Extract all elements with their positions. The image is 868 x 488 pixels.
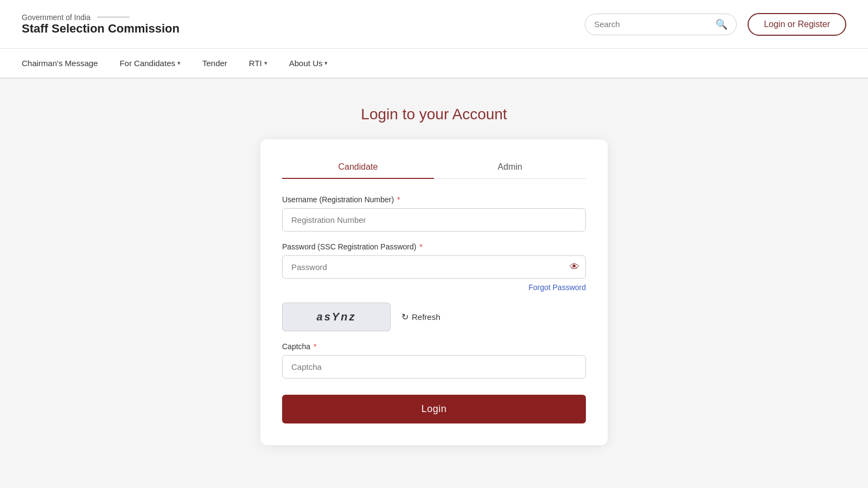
chevron-down-icon-about: ▾ <box>324 48 328 78</box>
sidebar-item-chairmans-message[interactable]: Chairman's Message <box>22 48 98 78</box>
header-right: 🔍 Login or Register <box>585 13 846 36</box>
tab-candidate[interactable]: Candidate <box>282 156 434 178</box>
logo-divider <box>97 17 130 17</box>
search-input[interactable] <box>594 20 711 29</box>
login-card: Candidate Admin Username (Registration N… <box>260 139 608 445</box>
nav-rti-label: RTI <box>249 48 262 78</box>
search-icon: 🔍 <box>716 18 727 30</box>
refresh-icon: ↻ <box>401 312 409 322</box>
eye-icon: 👁 <box>570 261 579 272</box>
header: Government of India Staff Selection Comm… <box>0 0 868 49</box>
sidebar-item-for-candidates[interactable]: For Candidates ▾ <box>119 48 181 78</box>
govt-text: Government of India <box>22 13 91 22</box>
logo-section: Government of India Staff Selection Comm… <box>22 13 180 36</box>
password-wrapper: 👁 <box>282 255 586 279</box>
nav-tender-label: Tender <box>202 48 227 78</box>
captcha-required-star: * <box>314 342 316 351</box>
password-required-star: * <box>419 242 422 251</box>
login-register-button[interactable]: Login or Register <box>748 13 846 36</box>
sidebar-item-tender[interactable]: Tender <box>202 48 227 78</box>
search-box[interactable]: 🔍 <box>585 14 737 35</box>
sidebar-item-rti[interactable]: RTI ▾ <box>249 48 267 78</box>
chevron-down-icon-rti: ▾ <box>264 48 267 78</box>
username-label: Username (Registration Number) * <box>282 195 586 204</box>
main-content: Login to your Account Candidate Admin Us… <box>0 79 868 488</box>
tab-candidate-label: Candidate <box>339 162 378 171</box>
username-input[interactable] <box>282 208 586 232</box>
captcha-field-group: Captcha * <box>282 342 586 378</box>
captcha-input[interactable] <box>282 355 586 378</box>
password-input[interactable] <box>282 255 586 279</box>
login-tabs: Candidate Admin <box>282 156 586 179</box>
refresh-button[interactable]: ↻ Refresh <box>401 312 441 322</box>
org-name: Staff Selection Commission <box>22 22 180 36</box>
username-required-star: * <box>397 195 400 204</box>
nav-about-us-label: About Us <box>289 48 323 78</box>
captcha-image: asYnz <box>282 303 391 331</box>
username-field-group: Username (Registration Number) * <box>282 195 586 232</box>
captcha-label-text: Captcha <box>282 342 310 351</box>
page-title: Login to your Account <box>361 106 507 123</box>
captcha-label: Captcha * <box>282 342 586 351</box>
nav-chairmans-message-label: Chairman's Message <box>22 48 98 78</box>
username-label-text: Username (Registration Number) <box>282 195 394 204</box>
refresh-label: Refresh <box>412 312 441 322</box>
toggle-password-button[interactable]: 👁 <box>570 261 579 273</box>
password-label: Password (SSC Registration Password) * <box>282 242 586 251</box>
chevron-down-icon: ▾ <box>177 48 181 78</box>
forgot-password-link[interactable]: Forgot Password <box>282 283 586 292</box>
tab-admin[interactable]: Admin <box>434 156 586 178</box>
login-button[interactable]: Login <box>282 395 586 423</box>
captcha-row: asYnz ↻ Refresh <box>282 303 586 331</box>
govt-label: Government of India <box>22 13 180 22</box>
nav-for-candidates-label: For Candidates <box>119 48 175 78</box>
sidebar-item-about-us[interactable]: About Us ▾ <box>289 48 328 78</box>
password-label-text: Password (SSC Registration Password) <box>282 242 416 251</box>
tab-admin-label: Admin <box>497 162 522 171</box>
navbar: Chairman's Message For Candidates ▾ Tend… <box>0 49 868 79</box>
password-field-group: Password (SSC Registration Password) * 👁… <box>282 242 586 292</box>
